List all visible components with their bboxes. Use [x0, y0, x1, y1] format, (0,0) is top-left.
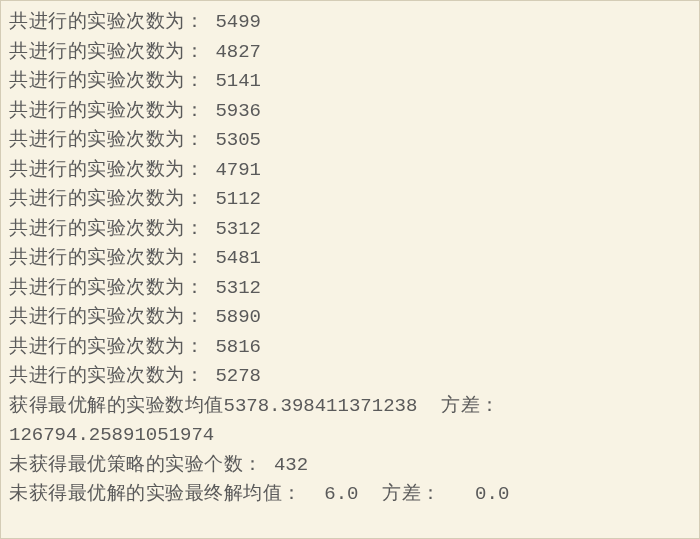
trial-line: 共进行的实验次数为： 5499 [9, 7, 691, 37]
trial-count-label: 共进行的实验次数为： [9, 39, 204, 61]
trial-count-label: 共进行的实验次数为： [9, 275, 204, 297]
trial-count-value: 5278 [204, 365, 261, 387]
trial-count-label: 共进行的实验次数为： [9, 68, 204, 90]
non-optimal-variance-value: 0.0 [441, 483, 509, 505]
optimal-mean-value: 5378.398411371238 [224, 395, 418, 417]
optimal-variance-value: 126794.25891051974 [9, 424, 214, 446]
trial-count-label: 共进行的实验次数为： [9, 127, 204, 149]
optimal-variance-line: 126794.25891051974 [9, 420, 691, 450]
trial-line: 共进行的实验次数为： 5312 [9, 214, 691, 244]
variance-label: 方差： [441, 393, 500, 415]
trial-count-value: 5112 [204, 188, 261, 210]
trial-count-label: 共进行的实验次数为： [9, 216, 204, 238]
trial-line: 共进行的实验次数为： 4791 [9, 155, 691, 185]
non-optimal-count-value: 432 [263, 454, 309, 476]
trial-count-label: 共进行的实验次数为： [9, 245, 204, 267]
non-optimal-final-label: 未获得最优解的实验最终解均值： [9, 481, 302, 503]
trial-count-label: 共进行的实验次数为： [9, 304, 204, 326]
trial-line: 共进行的实验次数为： 5936 [9, 96, 691, 126]
variance-label: 方差： [382, 481, 441, 503]
trial-count-value: 5499 [204, 11, 261, 33]
trial-count-value: 5312 [204, 277, 261, 299]
trial-count-value: 4827 [204, 41, 261, 63]
trial-count-label: 共进行的实验次数为： [9, 157, 204, 179]
non-optimal-count-line: 未获得最优策略的实验个数： 432 [9, 450, 691, 480]
trial-count-value: 5312 [204, 218, 261, 240]
non-optimal-mean-value: 6.0 [302, 483, 359, 505]
trial-count-label: 共进行的实验次数为： [9, 363, 204, 385]
trial-count-value: 5305 [204, 129, 261, 151]
trial-count-value: 5481 [204, 247, 261, 269]
non-optimal-final-line: 未获得最优解的实验最终解均值： 6.0 方差： 0.0 [9, 479, 691, 509]
trial-line: 共进行的实验次数为： 5890 [9, 302, 691, 332]
trial-count-label: 共进行的实验次数为： [9, 186, 204, 208]
trial-count-label: 共进行的实验次数为： [9, 98, 204, 120]
trial-line: 共进行的实验次数为： 5141 [9, 66, 691, 96]
trial-line: 共进行的实验次数为： 5481 [9, 243, 691, 273]
trial-line: 共进行的实验次数为： 5312 [9, 273, 691, 303]
optimal-mean-prefix: 获得最优解的实验数均值 [9, 393, 224, 415]
trial-count-value: 5936 [204, 100, 261, 122]
trial-line: 共进行的实验次数为： 4827 [9, 37, 691, 67]
trial-line: 共进行的实验次数为： 5305 [9, 125, 691, 155]
console-output: 共进行的实验次数为： 5499共进行的实验次数为： 4827共进行的实验次数为：… [9, 7, 691, 509]
non-optimal-count-label: 未获得最优策略的实验个数： [9, 452, 263, 474]
trial-count-label: 共进行的实验次数为： [9, 9, 204, 31]
trial-count-value: 5141 [204, 70, 261, 92]
trial-count-value: 5816 [204, 336, 261, 358]
trial-count-value: 4791 [204, 159, 261, 181]
trial-count-value: 5890 [204, 306, 261, 328]
optimal-mean-line: 获得最优解的实验数均值5378.398411371238 方差： [9, 391, 691, 421]
trial-line: 共进行的实验次数为： 5112 [9, 184, 691, 214]
trial-line: 共进行的实验次数为： 5816 [9, 332, 691, 362]
trial-line: 共进行的实验次数为： 5278 [9, 361, 691, 391]
trial-count-label: 共进行的实验次数为： [9, 334, 204, 356]
